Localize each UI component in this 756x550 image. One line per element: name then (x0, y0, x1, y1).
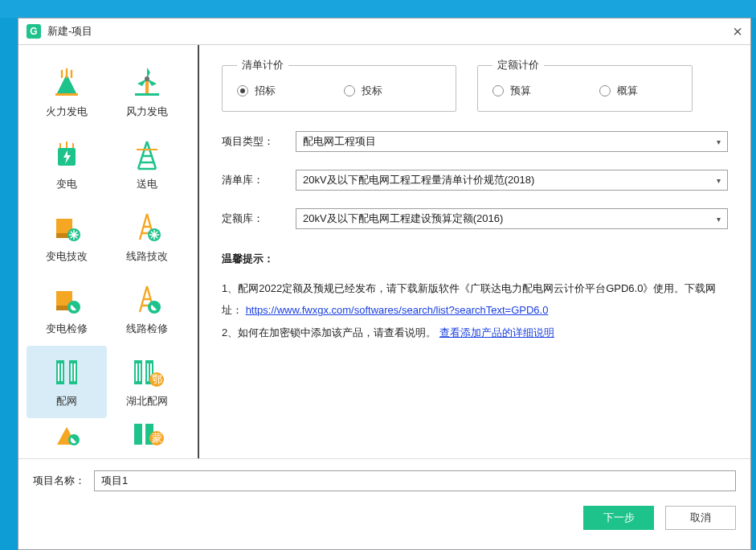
substation-icon (50, 138, 84, 172)
radio-dot-icon (344, 85, 355, 96)
chevron-down-icon: ▾ (717, 215, 721, 224)
catalog-item-label: 湖北配网 (126, 394, 168, 408)
tip-line-2: 2、如何在加密锁中添加该产品，请查看说明。 查看添加产品的详细说明 (222, 322, 728, 343)
svg-rect-19 (134, 360, 142, 384)
hubei-distnet-icon: 鄂 (129, 355, 165, 389)
project-name-label: 项目名称： (33, 474, 94, 488)
catalog-item-hubei[interactable]: 鄂 湖北配网 (107, 346, 187, 418)
svg-rect-16 (61, 363, 63, 381)
substation-maint-icon (50, 283, 84, 317)
svg-rect-23 (147, 363, 149, 381)
catalog-item-label: 变电 (56, 177, 77, 191)
radio-dot-icon (237, 85, 248, 96)
svg-text:蒙: 蒙 (152, 432, 162, 444)
download-link[interactable]: https://www.fwxgx.com/softwares/search/l… (246, 304, 549, 316)
svg-rect-21 (136, 363, 137, 381)
line-mod-icon (130, 211, 164, 244)
svg-rect-27 (134, 424, 142, 445)
svg-rect-14 (69, 360, 77, 384)
transmission-tower-icon (130, 138, 164, 172)
quota-db-select[interactable]: 20kV及以下配电网工程建设预算定额(2016) ▾ (296, 208, 728, 229)
extra-icon-2: 蒙 (129, 418, 165, 450)
line-maint-icon (130, 283, 164, 317)
radio-label: 概算 (617, 84, 638, 98)
radio-estimate[interactable]: 概算 (599, 84, 638, 98)
tip-line-1: 1、配网2022定额及预规已经发布，请下载新版软件《广联达电力配电网云计价平台G… (222, 277, 728, 322)
project-type-label: 项目类型： (222, 134, 296, 149)
app-backdrop (0, 0, 756, 18)
extra-icon (50, 418, 84, 450)
catalog-item-extra1[interactable] (27, 418, 107, 450)
catalog-item-sub-maint[interactable]: 变电检修 (27, 273, 107, 346)
catalog-item-label: 线路技改 (126, 249, 168, 264)
titlebar: G 新建-项目 × (18, 18, 750, 45)
list-pricing-group: 清单计价 招标 投标 (222, 58, 456, 112)
svg-rect-18 (74, 363, 76, 381)
radio-budget[interactable]: 预算 (492, 84, 531, 98)
svg-rect-13 (56, 360, 64, 384)
dialog-title: 新建-项目 (47, 24, 92, 39)
radio-dot-icon (492, 85, 504, 96)
catalog-item-label: 送电 (137, 177, 157, 191)
radio-label: 投标 (362, 84, 382, 98)
tip-text: 2、如何在加密锁中添加该产品，请查看说明。 (222, 326, 436, 339)
select-value: 配电网工程项目 (303, 134, 376, 149)
catalog-item-line-mod[interactable]: 线路技改 (107, 201, 187, 273)
list-db-select[interactable]: 20kV及以下配电网工程工程量清单计价规范(2018) ▾ (296, 170, 728, 191)
radio-bid-call[interactable]: 招标 (237, 84, 276, 98)
catalog-item-sub-mod[interactable]: 变电技改 (27, 201, 107, 273)
catalog-item-substation[interactable]: 变电 (27, 129, 107, 201)
catalog-item-label: 风力发电 (126, 105, 168, 119)
catalog-item-label: 变电技改 (46, 249, 88, 264)
chevron-down-icon: ▾ (717, 138, 721, 146)
radio-dot-icon (599, 85, 611, 96)
project-type-select[interactable]: 配电网工程项目 ▾ (296, 131, 728, 152)
dialog-footer: 项目名称： 下一步 取消 (18, 458, 750, 549)
radio-bid[interactable]: 投标 (344, 84, 382, 98)
catalog-item-line-maint[interactable]: 线路检修 (107, 273, 187, 346)
svg-point-2 (145, 76, 149, 81)
tips-heading: 温馨提示： (222, 252, 728, 266)
catalog-item-label: 火力发电 (46, 105, 88, 119)
cancel-button[interactable]: 取消 (665, 506, 736, 530)
project-name-input[interactable] (94, 470, 736, 491)
catalog-item-fire[interactable]: 火力发电 (27, 56, 107, 129)
quota-pricing-group: 定额计价 预算 概算 (477, 58, 693, 112)
chevron-down-icon: ▾ (717, 176, 721, 185)
svg-rect-3 (135, 93, 159, 96)
list-db-label: 清单库： (222, 173, 296, 187)
instructions-link[interactable]: 查看添加产品的详细说明 (439, 326, 554, 339)
catalog-item-extra2[interactable]: 蒙 (107, 418, 187, 450)
distnet-icon (50, 355, 84, 389)
select-value: 20kV及以下配电网工程工程量清单计价规范(2018) (303, 173, 534, 187)
wind-power-icon (130, 66, 164, 100)
svg-rect-15 (58, 363, 59, 381)
svg-rect-0 (55, 93, 78, 96)
main-panel: 清单计价 招标 投标 定额计价 预算 (199, 45, 750, 458)
catalog-item-distnet[interactable]: 配网 (27, 346, 107, 418)
svg-rect-22 (139, 363, 141, 381)
catalog-item-label: 配网 (56, 394, 77, 408)
project-catalog[interactable]: 火力发电 风力发电 变电 送电 (18, 45, 199, 458)
radio-label: 招标 (255, 84, 276, 98)
catalog-item-label: 线路检修 (126, 322, 168, 336)
new-project-dialog: G 新建-项目 × 火力发电 风力发电 (18, 18, 751, 550)
radio-label: 预算 (510, 84, 531, 98)
app-logo-icon: G (27, 24, 41, 39)
svg-rect-17 (71, 363, 72, 381)
quota-db-label: 定额库： (222, 211, 296, 226)
fire-power-icon (50, 66, 84, 100)
catalog-item-wind[interactable]: 风力发电 (107, 56, 187, 129)
group-legend: 清单计价 (237, 58, 288, 72)
next-button[interactable]: 下一步 (583, 506, 654, 530)
substation-mod-icon (50, 211, 84, 244)
catalog-item-transmit[interactable]: 送电 (107, 129, 187, 201)
group-legend: 定额计价 (492, 58, 544, 72)
select-value: 20kV及以下配电网工程建设预算定额(2016) (303, 211, 503, 226)
close-button[interactable]: × (733, 23, 742, 39)
badge-text: 鄂 (152, 373, 162, 385)
catalog-item-label: 变电检修 (46, 322, 88, 336)
